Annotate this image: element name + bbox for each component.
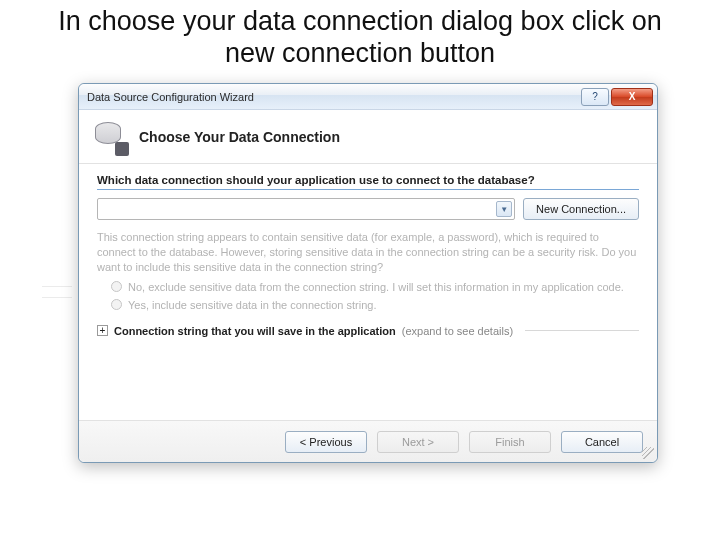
previous-label: < Previous	[300, 436, 352, 448]
cancel-label: Cancel	[585, 436, 619, 448]
chevron-down-icon[interactable]: ▼	[496, 201, 512, 217]
dialog-header-title: Choose Your Data Connection	[139, 129, 340, 145]
expander-rule	[525, 330, 639, 331]
wizard-dialog: Data Source Configuration Wizard ? X Cho…	[78, 83, 658, 463]
next-button: Next >	[377, 431, 459, 453]
background-decoration	[42, 286, 72, 298]
resize-grip[interactable]	[642, 447, 654, 459]
radio-yes[interactable]	[111, 299, 122, 310]
slide: In choose your data connection dialog bo…	[0, 0, 720, 540]
connection-string-expander[interactable]: + Connection string that you will save i…	[97, 325, 639, 337]
radio-no-row: No, exclude sensitive data from the conn…	[111, 281, 639, 293]
expander-hint-text: (expand to see details)	[402, 325, 513, 337]
connection-combo[interactable]: ▼	[97, 198, 515, 220]
dialog-body: Which data connection should your applic…	[79, 164, 657, 420]
dialog-header: Choose Your Data Connection	[79, 110, 657, 164]
titlebar[interactable]: Data Source Configuration Wizard ? X	[79, 84, 657, 110]
finish-label: Finish	[495, 436, 524, 448]
sensitive-data-text: This connection string appears to contai…	[97, 230, 639, 275]
new-connection-label: New Connection...	[536, 203, 626, 215]
question-rule	[97, 189, 639, 190]
cancel-button[interactable]: Cancel	[561, 431, 643, 453]
question-label: Which data connection should your applic…	[97, 174, 639, 186]
expander-bold-text: Connection string that you will save in …	[114, 325, 396, 337]
previous-button[interactable]: < Previous	[285, 431, 367, 453]
radio-yes-row: Yes, include sensitive data in the conne…	[111, 299, 639, 311]
finish-button: Finish	[469, 431, 551, 453]
dialog-footer: < Previous Next > Finish Cancel	[79, 420, 657, 462]
new-connection-button[interactable]: New Connection...	[523, 198, 639, 220]
database-icon	[93, 120, 127, 154]
close-button[interactable]: X	[611, 88, 653, 106]
connection-row: ▼ New Connection...	[97, 198, 639, 220]
slide-title: In choose your data connection dialog bo…	[0, 0, 720, 70]
radio-no-label: No, exclude sensitive data from the conn…	[128, 281, 624, 293]
titlebar-text: Data Source Configuration Wizard	[87, 91, 579, 103]
radio-no[interactable]	[111, 281, 122, 292]
help-icon: ?	[592, 91, 598, 102]
plus-icon[interactable]: +	[97, 325, 108, 336]
help-button[interactable]: ?	[581, 88, 609, 106]
next-label: Next >	[402, 436, 434, 448]
close-icon: X	[629, 91, 636, 102]
radio-yes-label: Yes, include sensitive data in the conne…	[128, 299, 376, 311]
